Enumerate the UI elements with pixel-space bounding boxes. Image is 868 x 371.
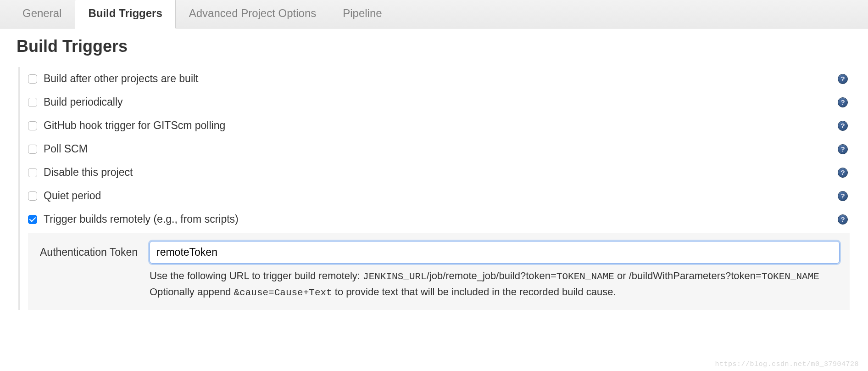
checkbox-trigger-remotely[interactable]	[28, 215, 37, 224]
trigger-row: Disable this project ?	[28, 161, 850, 184]
trigger-left: Poll SCM	[28, 143, 88, 155]
section-title: Build Triggers	[17, 37, 850, 56]
trigger-row: Poll SCM ?	[28, 137, 850, 161]
help-icon[interactable]: ?	[838, 74, 848, 84]
trigger-left: Quiet period	[28, 190, 101, 202]
help-text-part: /job/remote_job/build?token=	[427, 270, 556, 281]
help-text-part: Optionally append	[150, 286, 234, 298]
trigger-label: Build periodically	[44, 96, 123, 108]
trigger-row: Trigger builds remotely (e.g., from scri…	[28, 208, 850, 231]
help-icon[interactable]: ?	[838, 144, 848, 154]
trigger-left: Disable this project	[28, 166, 133, 179]
trigger-label: GitHub hook trigger for GITScm polling	[44, 119, 225, 132]
trigger-row: Quiet period ?	[28, 184, 850, 208]
checkbox-build-after-other[interactable]	[28, 74, 37, 84]
tab-pipeline[interactable]: Pipeline	[329, 0, 395, 28]
help-text-part: Use the following URL to trigger build r…	[150, 270, 363, 281]
checkbox-poll-scm[interactable]	[28, 145, 37, 154]
trigger-row: Build after other projects are built ?	[28, 67, 850, 90]
checkbox-quiet-period[interactable]	[28, 191, 37, 201]
tab-build-triggers[interactable]: Build Triggers	[75, 0, 175, 28]
trigger-left: GitHub hook trigger for GITScm polling	[28, 119, 225, 132]
checkbox-disable-project[interactable]	[28, 168, 37, 177]
help-text-mono: &cause=Cause+Text	[234, 287, 332, 298]
help-text-mono: TOKEN_NAME	[556, 271, 614, 282]
trigger-label: Trigger builds remotely (e.g., from scri…	[44, 213, 239, 225]
help-icon[interactable]: ?	[838, 191, 848, 201]
auth-help-text: Use the following URL to trigger build r…	[150, 268, 840, 300]
checkbox-build-periodically[interactable]	[28, 98, 37, 107]
help-text-mono: JENKINS_URL	[363, 271, 427, 282]
trigger-left: Build after other projects are built	[28, 73, 199, 85]
trigger-row: GitHub hook trigger for GITScm polling ?	[28, 114, 850, 137]
help-icon[interactable]: ?	[838, 97, 848, 107]
tab-bar: General Build Triggers Advanced Project …	[0, 0, 868, 28]
trigger-row: Build periodically ?	[28, 90, 850, 114]
help-text-part: or /buildWithParameters?token=	[614, 270, 762, 281]
trigger-label: Quiet period	[44, 190, 101, 202]
trigger-label: Poll SCM	[44, 143, 88, 155]
tab-general[interactable]: General	[9, 0, 75, 28]
help-text-part: to provide text that will be included in…	[332, 286, 616, 298]
trigger-label: Disable this project	[44, 166, 133, 179]
help-icon[interactable]: ?	[838, 214, 848, 225]
auth-token-input[interactable]	[150, 241, 840, 264]
trigger-left: Trigger builds remotely (e.g., from scri…	[28, 213, 239, 225]
trigger-left: Build periodically	[28, 96, 123, 108]
content-area: Build Triggers Build after other project…	[0, 28, 868, 324]
tab-advanced-project-options[interactable]: Advanced Project Options	[176, 0, 330, 28]
trigger-label: Build after other projects are built	[44, 73, 199, 85]
auth-token-label: Authentication Token	[40, 246, 143, 259]
help-text-mono: TOKEN_NAME	[762, 271, 819, 282]
help-icon[interactable]: ?	[838, 121, 848, 131]
checkbox-github-hook[interactable]	[28, 121, 37, 130]
nested-panel: Authentication Token Use the following U…	[28, 233, 850, 310]
nested-row: Authentication Token	[40, 241, 840, 264]
help-icon[interactable]: ?	[838, 168, 848, 178]
section-body: Build after other projects are built ? B…	[18, 67, 850, 310]
